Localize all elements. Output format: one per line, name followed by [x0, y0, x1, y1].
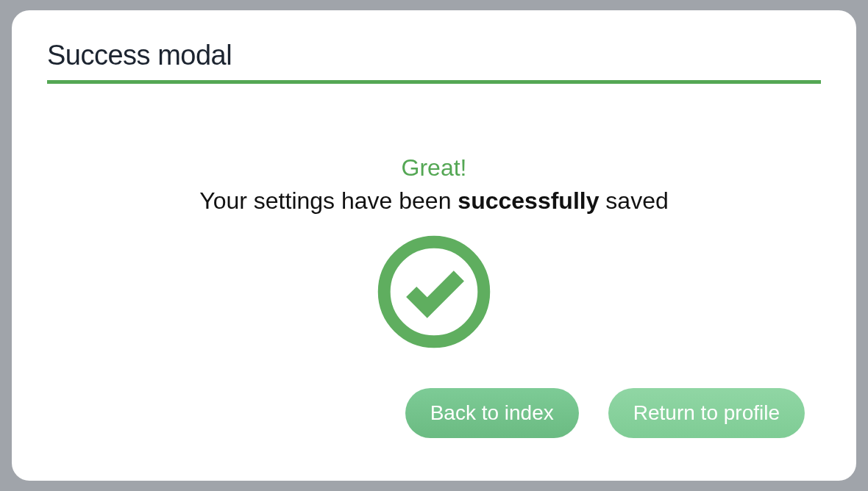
modal-title: Success modal — [47, 40, 821, 79]
divider — [47, 80, 821, 84]
message-text: Your settings have been successfully sav… — [47, 187, 821, 215]
icon-container — [47, 235, 821, 348]
modal-actions: Back to index Return to profile — [405, 388, 805, 438]
message-prefix: Your settings have been — [199, 187, 458, 214]
checkmark-circle-icon — [377, 235, 491, 348]
success-modal: Success modal Great! Your settings have … — [12, 10, 856, 481]
message-bold: successfully — [458, 187, 599, 214]
headline-text: Great! — [47, 154, 821, 182]
message-suffix: saved — [599, 187, 668, 214]
return-to-profile-button[interactable]: Return to profile — [608, 388, 805, 438]
modal-content: Great! Your settings have been successfu… — [47, 154, 821, 348]
back-to-index-button[interactable]: Back to index — [405, 388, 579, 438]
